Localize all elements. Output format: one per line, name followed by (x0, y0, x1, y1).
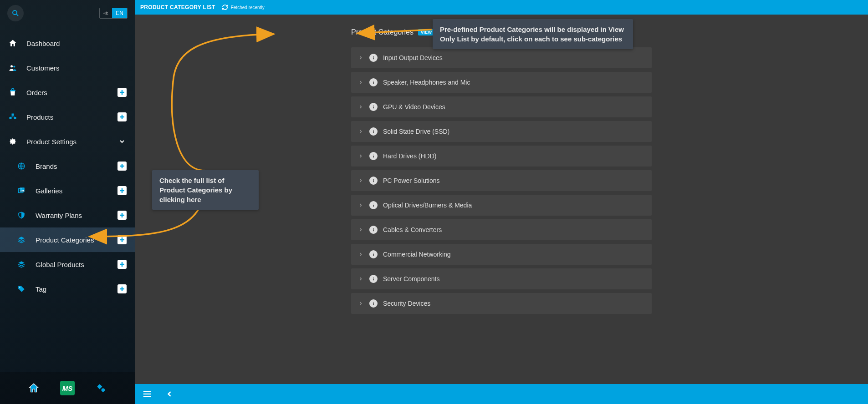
category-name: Cables & Converters (383, 226, 442, 233)
svg-point-21 (373, 106, 374, 106)
chevron-right-icon (357, 276, 364, 282)
svg-rect-22 (373, 106, 374, 108)
svg-point-27 (373, 179, 374, 180)
sidebar-item-products[interactable]: Products (0, 105, 135, 129)
annotation-right: Pre-defined Product Categories will be d… (433, 19, 633, 49)
ms-badge[interactable]: MS (60, 381, 75, 395)
svg-point-23 (373, 130, 374, 131)
info-icon[interactable] (369, 250, 378, 258)
add-brand-button[interactable] (117, 162, 127, 171)
language-toggle[interactable]: বাং EN (99, 8, 128, 19)
info-icon[interactable] (369, 127, 378, 136)
sidebar-item-orders[interactable]: Orders (0, 80, 135, 105)
chevron-right-icon (357, 178, 364, 183)
menu-button[interactable] (142, 389, 152, 399)
info-icon[interactable] (369, 177, 378, 185)
info-icon[interactable] (369, 226, 378, 234)
chevron-right-icon (357, 252, 364, 257)
lang-bn[interactable]: বাং (100, 8, 112, 18)
svg-point-3 (13, 66, 15, 67)
main: PRODUCT CATEGORY LIST Fetched recently P… (135, 0, 868, 404)
info-icon[interactable] (369, 299, 378, 308)
sidebar-subitem-label: Global Products (36, 261, 117, 268)
chevron-right-icon (357, 55, 364, 61)
category-item[interactable]: GPU & Video Devices (351, 96, 652, 117)
info-icon[interactable] (369, 78, 378, 86)
add-gallery-button[interactable] (117, 186, 127, 195)
chevron-left-icon (165, 389, 174, 399)
home-button[interactable] (27, 382, 40, 394)
sidebar-subitem-warranty-plans[interactable]: Warranty Plans (0, 203, 135, 227)
svg-rect-32 (373, 229, 374, 231)
category-item[interactable]: Solid State Drive (SSD) (351, 121, 652, 142)
category-item[interactable]: Commercial Networking (351, 244, 652, 265)
layers-icon (17, 260, 30, 268)
bottombar (135, 384, 868, 404)
category-item[interactable]: PC Power Solutions (351, 170, 652, 191)
category-name: Optical Drives/Burners & Media (383, 202, 472, 209)
info-icon[interactable] (369, 201, 378, 209)
svg-rect-30 (373, 205, 374, 207)
info-icon[interactable] (369, 54, 378, 62)
category-item[interactable]: Cables & Converters (351, 219, 652, 240)
svg-point-35 (373, 278, 374, 278)
chevron-right-icon (357, 129, 364, 134)
category-item[interactable]: Security Devices (351, 293, 652, 314)
category-item[interactable]: Optical Drives/Burners & Media (351, 195, 652, 216)
category-name: Input Output Devices (383, 54, 443, 61)
content: Product Categories VIEW ONLY Input Outpu… (135, 15, 868, 384)
svg-point-0 (13, 10, 17, 15)
category-name: Solid State Drive (SSD) (383, 128, 449, 135)
shield-icon (17, 211, 30, 219)
sidebar-subitem-tag[interactable]: Tag (0, 277, 135, 301)
add-order-button[interactable] (117, 88, 127, 97)
sidebar-item-product-settings[interactable]: Product Settings (0, 129, 135, 154)
svg-point-17 (373, 56, 374, 57)
fetched-label: Fetched recently (231, 5, 265, 10)
chevron-right-icon (357, 153, 364, 159)
add-warranty-button[interactable] (117, 211, 127, 220)
sidebar-item-label: Dashboard (26, 40, 127, 47)
category-item[interactable]: Speaker, Headphones and Mic (351, 72, 652, 93)
page-title: PRODUCT CATEGORY LIST (140, 4, 215, 10)
svg-point-33 (373, 253, 374, 254)
info-icon[interactable] (369, 103, 378, 111)
back-button[interactable] (165, 389, 174, 399)
bag-icon (8, 88, 21, 97)
category-item[interactable]: Hard Drives (HDD) (351, 146, 652, 167)
sidebar-item-label: Products (26, 113, 117, 121)
topbar: PRODUCT CATEGORY LIST Fetched recently (135, 0, 868, 15)
category-item[interactable]: Input Output Devices (351, 47, 652, 68)
hamburger-icon (142, 389, 152, 399)
chevron-right-icon (357, 227, 364, 232)
add-tag-button[interactable] (117, 284, 127, 293)
sidebar-subitem-global-products[interactable]: Global Products (0, 252, 135, 277)
refresh-button[interactable]: Fetched recently (222, 4, 265, 10)
chevron-right-icon (357, 202, 364, 208)
globe-icon (17, 162, 30, 170)
info-icon[interactable] (369, 275, 378, 283)
category-item[interactable]: Server Components (351, 268, 652, 289)
sidebar-item-dashboard[interactable]: Dashboard (0, 31, 135, 56)
sidebar-bottom: MS (0, 372, 135, 404)
settings-button[interactable] (95, 382, 107, 394)
sidebar-subitem-galleries[interactable]: Galleries (0, 178, 135, 203)
sidebar: বাং EN Dashboard Customers Orders Produc… (0, 0, 135, 404)
svg-rect-5 (12, 114, 14, 116)
category-name: Speaker, Headphones and Mic (383, 79, 470, 86)
add-global-product-button[interactable] (117, 260, 127, 269)
gear-icon (8, 137, 21, 146)
lang-en[interactable]: EN (112, 8, 127, 18)
sidebar-subitem-brands[interactable]: Brands (0, 154, 135, 178)
search-button[interactable] (7, 5, 24, 21)
add-product-button[interactable] (117, 112, 127, 121)
chevron-right-icon (357, 104, 364, 110)
sidebar-subitem-product-categories[interactable]: Product Categories (0, 227, 135, 252)
add-category-button[interactable] (117, 235, 127, 244)
refresh-icon (222, 4, 228, 10)
sidebar-item-customers[interactable]: Customers (0, 56, 135, 80)
chevron-right-icon (357, 80, 364, 85)
info-icon[interactable] (369, 152, 378, 160)
svg-point-29 (373, 204, 374, 205)
sidebar-subitem-label: Tag (36, 285, 117, 293)
